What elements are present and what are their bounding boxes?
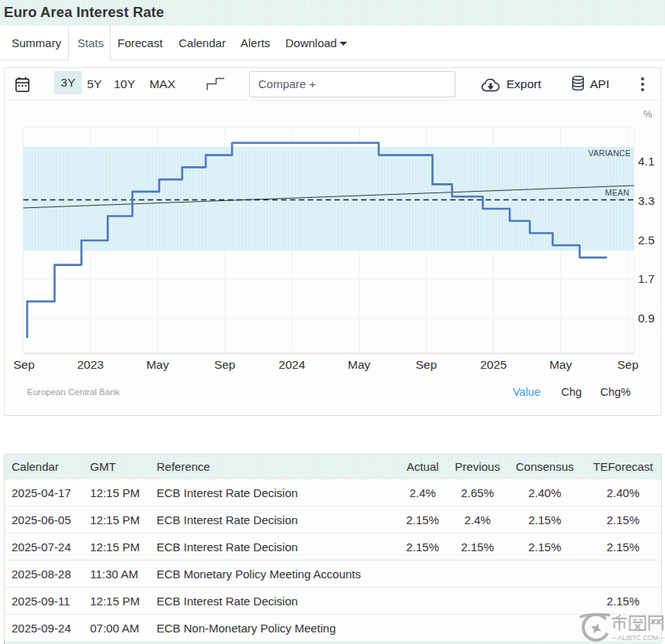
svg-text:3.3: 3.3 (638, 194, 655, 207)
svg-text:0.9: 0.9 (638, 312, 655, 325)
svg-text:Sep: Sep (617, 358, 639, 371)
svg-text:MEAN: MEAN (605, 188, 629, 197)
svg-text:European Central Bank: European Central Bank (27, 387, 120, 397)
svg-text:2.5: 2.5 (638, 233, 655, 247)
svg-text:Sep: Sep (214, 358, 236, 371)
svg-text:2024: 2024 (278, 358, 305, 371)
svg-text:May: May (146, 358, 169, 371)
svg-text:2025: 2025 (480, 358, 506, 371)
svg-text:Sep: Sep (13, 358, 35, 371)
svg-text:May: May (549, 358, 572, 371)
svg-text:VARIANCE: VARIANCE (588, 148, 631, 158)
svg-text:Chg: Chg (561, 386, 582, 398)
svg-text:Value: Value (513, 386, 541, 398)
svg-text:—ALIBTC.COM—: —ALIBTC.COM— (612, 634, 665, 642)
svg-text:2023: 2023 (77, 358, 104, 371)
svg-text:May: May (348, 358, 371, 371)
svg-text:%: % (643, 108, 653, 120)
svg-text:4.1: 4.1 (638, 155, 655, 168)
svg-text:Chg%: Chg% (600, 386, 631, 398)
svg-text:Sep: Sep (416, 358, 438, 371)
svg-text:1.7: 1.7 (638, 272, 655, 285)
